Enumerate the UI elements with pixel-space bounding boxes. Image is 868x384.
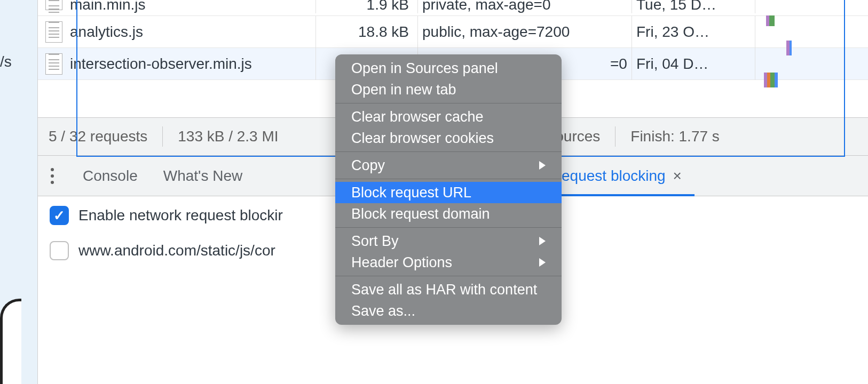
left-fragment-text: /s [0,53,12,70]
ctx-clear-cookies[interactable]: Clear browser cookies [335,127,562,149]
file-icon [45,0,62,10]
file-icon [45,21,62,43]
submenu-arrow-icon [539,237,546,245]
file-icon [45,53,62,75]
ctx-clear-cache[interactable]: Clear browser cache [335,106,562,127]
table-row[interactable]: analytics.js 18.8 kB public, max-age=720… [38,16,868,48]
device-frame-corner [0,299,21,384]
ctx-save-har[interactable]: Save all as HAR with content [335,279,562,300]
date: Tue, 15 D… [632,0,755,13]
ctx-copy[interactable]: Copy [335,155,562,176]
ctx-save-as[interactable]: Save as... [335,300,562,322]
ctx-header-options[interactable]: Header Options [335,252,562,273]
close-icon[interactable]: × [673,167,682,185]
enable-blocking-checkbox[interactable] [50,206,69,225]
date: Fri, 23 O… [632,23,755,41]
requests-count: 5 / 32 requests [49,128,147,145]
ctx-separator [335,227,562,228]
ctx-separator [335,179,562,179]
enable-blocking-label: Enable network request blockir [78,207,283,224]
file-name: main.min.js [70,0,146,13]
ctx-block-domain[interactable]: Block request domain [335,203,562,225]
file-size: 1.9 kB [316,0,417,13]
more-tabs-icon[interactable] [51,174,54,178]
submenu-arrow-icon [539,258,546,267]
ctx-open-new-tab[interactable]: Open in new tab [335,79,562,100]
tab-whats-new[interactable]: What's New [151,156,256,196]
pattern-checkbox[interactable] [50,241,69,260]
context-menu: Open in Sources panel Open in new tab Cl… [335,54,562,325]
date: Fri, 04 D… [632,55,755,73]
table-row[interactable]: main.min.js 1.9 kB private, max-age=0 Tu… [38,0,868,16]
finish-time: Finish: 1.77 s [630,128,720,145]
pattern-text: www.android.com/static/js/cor [78,242,275,259]
ctx-separator [335,276,562,276]
cache-control: public, max-age=7200 [418,23,632,41]
file-name: intersection-observer.min.js [70,55,252,73]
file-name: analytics.js [70,23,143,41]
tab-console[interactable]: Console [70,156,151,196]
ctx-separator [335,151,562,152]
transferred-size: 133 kB / 2.3 MI [178,128,278,145]
ctx-sort-by[interactable]: Sort By [335,230,562,252]
ctx-open-sources[interactable]: Open in Sources panel [335,58,562,79]
ctx-separator [335,103,562,103]
submenu-arrow-icon [539,161,546,170]
file-size: 18.8 kB [316,23,417,41]
ctx-block-url[interactable]: Block request URL [335,182,562,203]
cache-control: private, max-age=0 [418,0,632,13]
